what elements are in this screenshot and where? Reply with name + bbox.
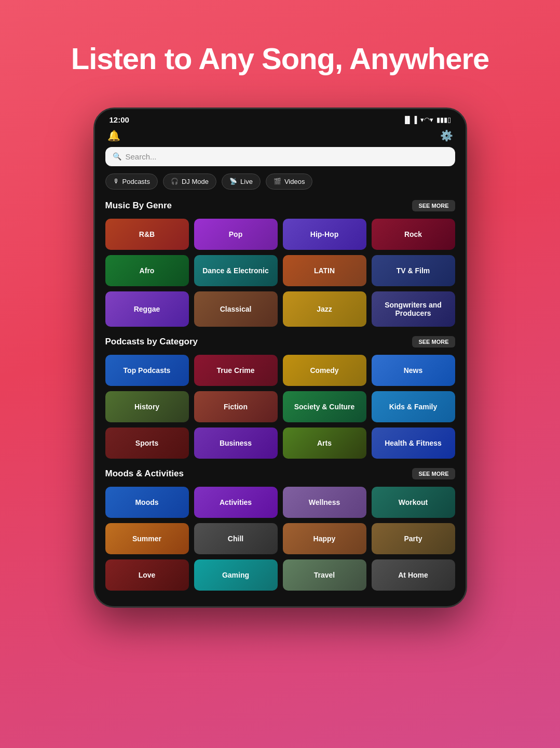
search-icon: 🔍	[113, 152, 121, 161]
moods-see-more-button[interactable]: SEE MORE	[412, 468, 455, 479]
tab-live[interactable]: 📡 Live	[222, 173, 261, 190]
mood-tile-party[interactable]: Party	[372, 523, 455, 554]
tab-videos[interactable]: 🎬 Videos	[266, 173, 313, 190]
mood-tile-travel[interactable]: Travel	[283, 559, 366, 591]
mood-tile-chill[interactable]: Chill	[194, 523, 278, 554]
music-see-more-button[interactable]: SEE MORE	[412, 200, 455, 211]
battery-icon: ▮▮▮▯	[436, 116, 451, 124]
nav-tabs: 🎙 Podcasts 🎧 DJ Mode 📡 Live 🎬 Videos	[95, 173, 466, 198]
music-tile-pop[interactable]: Pop	[194, 219, 278, 250]
search-bar: 🔍 Search...	[95, 147, 466, 173]
moods-grid: MoodsActivitiesWellnessWorkoutSummerChil…	[105, 487, 455, 591]
gear-icon[interactable]: ⚙️	[440, 129, 453, 142]
mood-tile-moods[interactable]: Moods	[105, 487, 189, 518]
status-bar: 12:00 ▐▌▐ ▾◠▾ ▮▮▮▯	[95, 109, 466, 126]
status-time: 12:00	[110, 115, 129, 124]
search-input-wrapper[interactable]: 🔍 Search...	[105, 147, 455, 166]
music-tile-afro[interactable]: Afro	[105, 255, 189, 286]
tab-podcasts-label: Podcasts	[122, 178, 150, 185]
moods-section-title: Moods & Activities	[105, 469, 184, 479]
live-icon: 📡	[229, 178, 237, 185]
podcasts-see-more-button[interactable]: SEE MORE	[412, 336, 455, 348]
music-grid: R&BPopHip-HopRockAfroDance & ElectronicL…	[105, 219, 455, 327]
podcast-tile-news[interactable]: News	[372, 355, 455, 386]
podcast-tile-business[interactable]: Business	[194, 428, 278, 459]
mood-tile-activities[interactable]: Activities	[194, 487, 278, 518]
music-tile-classical[interactable]: Classical	[194, 291, 278, 327]
mood-tile-gaming[interactable]: Gaming	[194, 559, 278, 591]
podcasts-section-title: Podcasts by Category	[105, 337, 198, 347]
music-tile-hiphop[interactable]: Hip-Hop	[283, 219, 366, 250]
bell-icon[interactable]: 🔔	[107, 129, 120, 142]
music-tile-reggae[interactable]: Reggae	[105, 291, 189, 327]
wifi-icon: ▾◠▾	[420, 116, 433, 124]
music-section-header: Music By Genre SEE MORE	[105, 200, 455, 211]
mood-tile-workout[interactable]: Workout	[372, 487, 455, 518]
podcast-tile-comedy[interactable]: Comedy	[283, 355, 366, 386]
tab-videos-label: Videos	[284, 178, 305, 185]
djmode-icon: 🎧	[171, 178, 179, 185]
podcast-tile-healthfitness[interactable]: Health & Fitness	[372, 428, 455, 459]
videos-icon: 🎬	[274, 178, 281, 185]
podcast-tile-history[interactable]: History	[105, 391, 189, 422]
mood-tile-wellness[interactable]: Wellness	[283, 487, 366, 518]
podcasts-section-header: Podcasts by Category SEE MORE	[105, 336, 455, 348]
hero-title: Listen to Any Song, Anywhere	[71, 42, 489, 76]
signal-icon: ▐▌▐	[403, 116, 417, 124]
search-placeholder: Search...	[126, 152, 157, 161]
tab-djmode-label: DJ Mode	[182, 178, 209, 185]
mood-tile-happy[interactable]: Happy	[283, 523, 366, 554]
podcasts-grid: Top PodcastsTrue CrimeComedyNewsHistoryF…	[105, 355, 455, 459]
tab-podcasts[interactable]: 🎙 Podcasts	[105, 173, 158, 190]
music-tile-latin[interactable]: LATIN	[283, 255, 366, 286]
music-tile-dance[interactable]: Dance & Electronic	[194, 255, 278, 286]
podcasts-icon: 🎙	[113, 178, 119, 185]
tab-djmode[interactable]: 🎧 DJ Mode	[163, 173, 216, 190]
tab-live-label: Live	[240, 178, 253, 185]
mood-tile-summer[interactable]: Summer	[105, 523, 189, 554]
music-tile-rock[interactable]: Rock	[372, 219, 455, 250]
music-tile-jazz[interactable]: Jazz	[283, 291, 366, 327]
mood-tile-love[interactable]: Love	[105, 559, 189, 591]
music-tile-tvfilm[interactable]: TV & Film	[372, 255, 455, 286]
music-tile-songwriters[interactable]: Songwriters and Producers	[372, 291, 455, 327]
podcast-tile-fiction[interactable]: Fiction	[194, 391, 278, 422]
mood-tile-athome[interactable]: At Home	[372, 559, 455, 591]
podcast-tile-society[interactable]: Society & Culture	[283, 391, 366, 422]
podcast-tile-kidsfamily[interactable]: Kids & Family	[372, 391, 455, 422]
podcast-tile-toppodcasts[interactable]: Top Podcasts	[105, 355, 189, 386]
podcast-tile-truecrime[interactable]: True Crime	[194, 355, 278, 386]
podcast-tile-arts[interactable]: Arts	[283, 428, 366, 459]
moods-section-header: Moods & Activities SEE MORE	[105, 468, 455, 479]
top-bar: 🔔 ⚙️	[95, 126, 466, 147]
music-tile-rnb[interactable]: R&B	[105, 219, 189, 250]
phone-frame: 12:00 ▐▌▐ ▾◠▾ ▮▮▮▯ 🔔 ⚙️ 🔍 Search... 🎙 Po…	[93, 108, 467, 608]
status-icons: ▐▌▐ ▾◠▾ ▮▮▮▯	[403, 116, 451, 124]
content-area: Music By Genre SEE MORE R&BPopHip-HopRoc…	[95, 200, 466, 606]
music-section-title: Music By Genre	[105, 201, 172, 211]
podcast-tile-sports[interactable]: Sports	[105, 428, 189, 459]
